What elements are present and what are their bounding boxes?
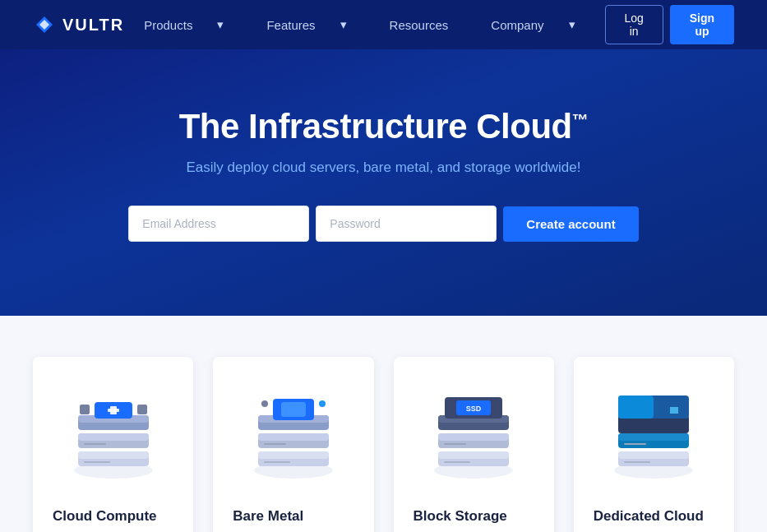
- hero-form: Create account: [33, 206, 734, 242]
- nav-links: Products ▾ Features ▾ Resources Company …: [124, 7, 594, 42]
- svg-rect-43: [618, 451, 689, 459]
- svg-rect-24: [281, 402, 306, 417]
- svg-point-25: [319, 400, 326, 407]
- card-bare-metal: Bare Metal Fully automated dedicated ser…: [213, 357, 373, 532]
- svg-rect-4: [78, 451, 149, 459]
- logo-icon: [33, 13, 56, 36]
- card-block-storage-title: Block Storage: [414, 508, 507, 525]
- nav-company[interactable]: Company ▾: [471, 7, 594, 42]
- svg-rect-45: [618, 433, 689, 441]
- svg-rect-48: [618, 396, 654, 419]
- card-bare-metal-title: Bare Metal: [233, 508, 303, 525]
- chevron-down-icon: ▾: [207, 12, 233, 37]
- hero-title: The Infrastructure Cloud™: [33, 107, 734, 146]
- card-block-storage-icon: SSD: [414, 380, 534, 495]
- card-cloud-compute: Cloud Compute Powerful compute instances…: [33, 357, 193, 532]
- hero-section: The Infrastructure Cloud™ Easily deploy …: [0, 49, 767, 316]
- card-cloud-compute-title: Cloud Compute: [53, 508, 157, 525]
- svg-rect-18: [258, 451, 329, 459]
- card-bare-metal-icon: [233, 380, 353, 495]
- hero-subtitle: Easily deploy cloud servers, bare metal,…: [33, 160, 734, 176]
- login-button[interactable]: Log in: [605, 5, 663, 44]
- navbar: VULTR Products ▾ Features ▾ Resources Co…: [0, 0, 767, 49]
- card-block-storage: SSD Block Storage Fast SSD-backed scalab…: [394, 357, 554, 532]
- svg-rect-6: [78, 433, 149, 441]
- logo[interactable]: VULTR: [33, 13, 124, 36]
- card-cloud-compute-icon: [53, 380, 173, 495]
- svg-rect-33: [438, 433, 509, 441]
- svg-rect-31: [438, 451, 509, 459]
- svg-rect-11: [108, 409, 119, 412]
- svg-rect-20: [258, 433, 329, 441]
- svg-rect-13: [137, 405, 147, 414]
- svg-text:SSD: SSD: [466, 405, 482, 413]
- nav-products[interactable]: Products ▾: [124, 7, 243, 42]
- nav-resources[interactable]: Resources: [370, 8, 469, 42]
- svg-marker-49: [670, 407, 678, 414]
- signup-button[interactable]: Sign up: [670, 5, 734, 44]
- create-account-button[interactable]: Create account: [503, 206, 638, 242]
- svg-rect-12: [80, 405, 90, 414]
- nav-features[interactable]: Features ▾: [247, 7, 366, 42]
- chevron-down-icon: ▾: [559, 12, 585, 37]
- card-dedicated-cloud: Dedicated Cloud Dedicated cloud compute …: [574, 357, 734, 532]
- card-dedicated-cloud-icon: [594, 380, 714, 495]
- card-dedicated-cloud-title: Dedicated Cloud: [594, 508, 704, 525]
- cards-section: Cloud Compute Powerful compute instances…: [0, 316, 767, 532]
- email-field[interactable]: [128, 206, 309, 242]
- password-field[interactable]: [316, 206, 497, 242]
- svg-point-26: [261, 400, 268, 407]
- chevron-down-icon: ▾: [330, 12, 357, 37]
